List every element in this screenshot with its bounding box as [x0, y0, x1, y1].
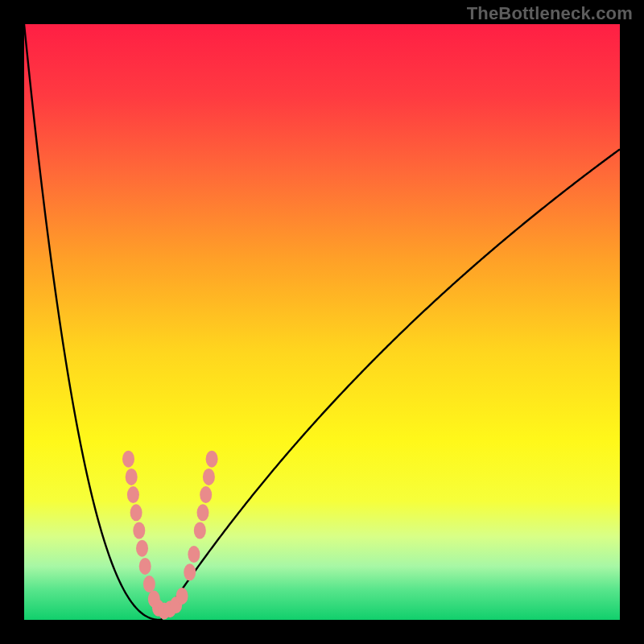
chart-frame: TheBottleneck.com: [0, 0, 644, 644]
watermark-label: TheBottleneck.com: [467, 3, 633, 24]
svg-rect-0: [24, 24, 620, 620]
background-gradient: [24, 24, 620, 620]
plot-area: [24, 24, 620, 620]
